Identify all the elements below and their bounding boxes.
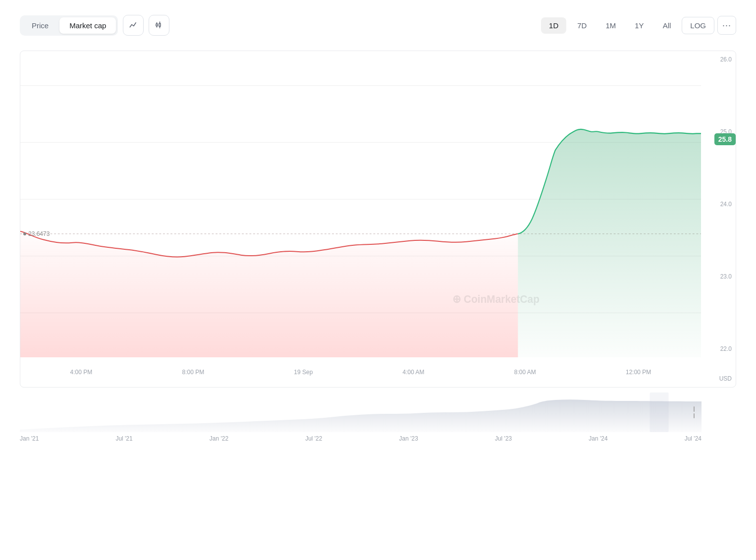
y-label-230: 23.0 (701, 273, 732, 280)
mini-x-jan21: Jan '21 (20, 435, 39, 442)
mini-chart-svg (20, 392, 702, 432)
mini-x-jan22: Jan '22 (210, 435, 228, 442)
mini-x-jul24: Jul '24 (685, 435, 702, 442)
x-label-4am: 4:00 AM (403, 369, 425, 376)
mini-x-jul21: Jul '21 (115, 435, 132, 442)
toolbar-left: Price Market cap (20, 15, 169, 36)
toolbar-right: 1D 7D 1M 1Y All LOG ··· (541, 16, 736, 35)
mini-x-jul23: Jul '23 (495, 435, 512, 442)
ref-dot (23, 232, 26, 235)
mini-x-axis: Jan '21 Jul '21 Jan '22 Jul '22 Jan '23 … (20, 432, 702, 442)
x-label-19sep: 19 Sep (294, 369, 313, 376)
toolbar: Price Market cap 1D 7 (20, 15, 736, 36)
view-tab-group: Price Market cap (20, 15, 118, 36)
x-label-8am: 8:00 AM (514, 369, 536, 376)
time-7d-btn[interactable]: 7D (569, 17, 594, 34)
mini-x-jan24: Jan '24 (589, 435, 607, 442)
current-price-value: 25.8 (718, 135, 732, 143)
time-all-btn[interactable]: All (655, 17, 679, 34)
more-icon: ··· (722, 20, 731, 31)
time-1d-btn[interactable]: 1D (541, 17, 566, 34)
price-chart-svg: ⊕ CoinMarketCap (20, 51, 701, 357)
mini-x-jul22: Jul '22 (305, 435, 322, 442)
mini-x-jan23: Jan '23 (399, 435, 418, 442)
time-1y-btn[interactable]: 1Y (627, 17, 651, 34)
time-1m-btn[interactable]: 1M (597, 17, 624, 34)
y-axis: 26.0 25.0 24.0 23.0 22.0 (701, 51, 736, 357)
handle-line-2 (694, 413, 695, 419)
main-chart-area: ⊕ CoinMarketCap 23.6473 26.0 25.0 24.0 2… (20, 51, 736, 388)
watermark-text: ⊕ CoinMarketCap (452, 293, 540, 306)
price-tab[interactable]: Price (22, 17, 58, 34)
svg-rect-12 (650, 392, 669, 432)
y-label-240: 24.0 (701, 201, 732, 208)
handle-line-1 (694, 406, 695, 412)
current-price-tag: 25.8 (714, 133, 736, 145)
candle-chart-icon-btn[interactable] (149, 15, 169, 36)
x-label-4pm: 4:00 PM (70, 369, 93, 376)
line-chart-icon-btn[interactable] (123, 15, 144, 36)
x-label-12pm: 12:00 PM (626, 369, 651, 376)
candle-chart-icon (155, 21, 163, 30)
usd-label: USD (701, 375, 736, 382)
mini-chart-wrapper (20, 392, 736, 432)
x-axis: 4:00 PM 8:00 PM 19 Sep 4:00 AM 8:00 AM 1… (20, 357, 701, 387)
svg-rect-4 (159, 23, 161, 26)
y-label-220: 22.0 (701, 345, 732, 352)
mini-chart-resize-handle[interactable] (692, 406, 697, 418)
ref-value: 23.6473 (28, 230, 50, 237)
more-options-btn[interactable]: ··· (717, 16, 736, 35)
y-label-260: 26.0 (701, 56, 732, 63)
line-chart-icon (129, 21, 138, 30)
log-btn[interactable]: LOG (682, 17, 714, 34)
ref-price-label: 23.6473 (23, 230, 50, 237)
market-cap-tab[interactable]: Market cap (59, 17, 116, 34)
x-label-8pm: 8:00 PM (182, 369, 204, 376)
svg-rect-1 (156, 24, 158, 26)
chart-svg-container: ⊕ CoinMarketCap 23.6473 (20, 51, 701, 357)
